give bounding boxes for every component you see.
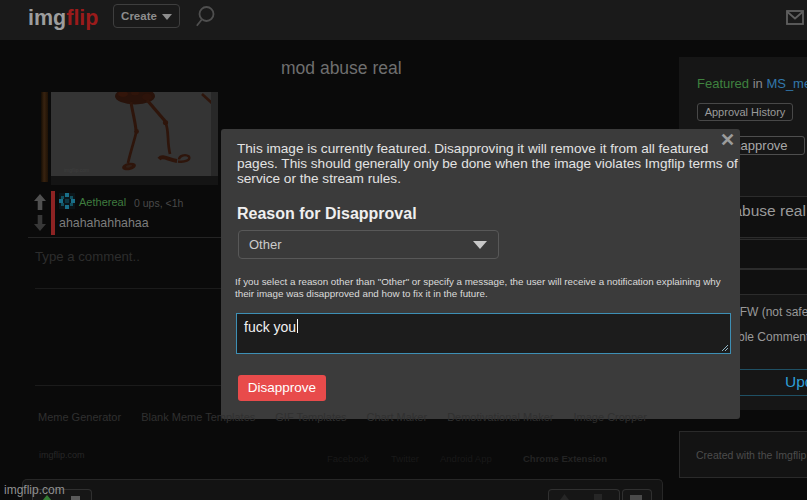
svg-text:imgflip.com: imgflip.com: [64, 167, 89, 173]
